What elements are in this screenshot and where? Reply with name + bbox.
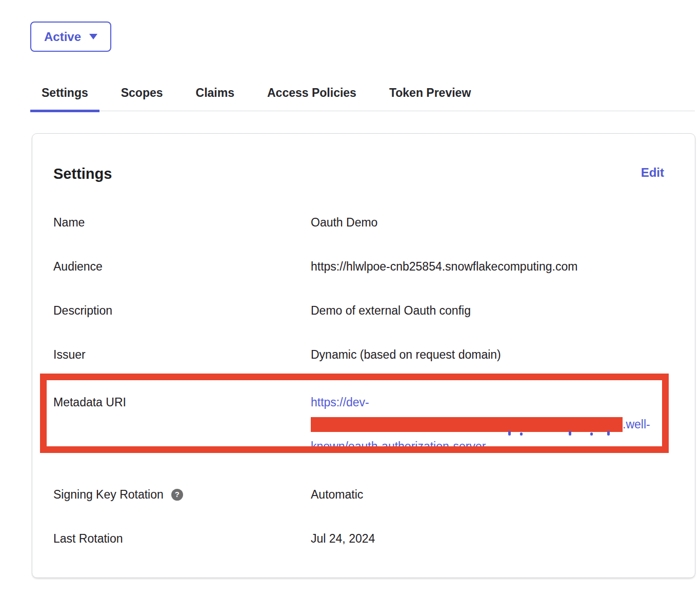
tab-claims[interactable]: Claims (185, 81, 246, 111)
field-label: Metadata URI (53, 391, 311, 409)
metadata-uri-line2-suffix: .well- (623, 418, 650, 431)
settings-card: Settings Edit Name Oauth Demo Audience h… (32, 133, 695, 578)
help-icon[interactable]: ? (171, 489, 183, 501)
field-label: Signing Key Rotation ? (53, 487, 311, 502)
field-row-issuer: Issuer Dynamic (based on request domain) (53, 347, 664, 362)
field-label: Name (53, 215, 311, 230)
tab-label: Scopes (121, 86, 163, 99)
tab-label: Settings (42, 86, 88, 99)
field-value: Oauth Demo (311, 215, 377, 230)
field-row-signing-key-rotation: Signing Key Rotation ? Automatic (53, 487, 664, 502)
metadata-uri-line1: https://dev- (311, 391, 650, 414)
metadata-uri-link[interactable]: https://dev- .well- known/oauth-authoriz… (311, 391, 650, 458)
field-value: Demo of external Oauth config (311, 303, 471, 318)
field-value: Dynamic (based on request domain) (311, 347, 501, 362)
active-status-label: Active (44, 30, 81, 44)
field-value: Automatic (311, 487, 363, 502)
tab-label: Access Policies (267, 86, 356, 99)
field-value: Jul 24, 2024 (311, 531, 375, 546)
field-row-last-rotation: Last Rotation Jul 24, 2024 (53, 531, 664, 546)
tab-access-policies[interactable]: Access Policies (256, 81, 368, 111)
tab-label: Token Preview (389, 86, 471, 99)
field-row-description: Description Demo of external Oauth confi… (53, 303, 664, 318)
field-label: Last Rotation (53, 531, 311, 546)
tab-bar: Settings Scopes Claims Access Policies T… (30, 81, 695, 111)
field-label-text: Signing Key Rotation (53, 487, 164, 502)
redacted-text-bar (311, 417, 623, 432)
field-row-name: Name Oauth Demo (53, 215, 664, 230)
edit-button[interactable]: Edit (641, 166, 664, 180)
field-row-audience: Audience https://hlwlpoe-cnb25854.snowfl… (53, 259, 664, 274)
chevron-down-icon (89, 34, 97, 39)
tab-label: Claims (196, 86, 234, 99)
metadata-uri-line3: known/oauth-authorization-server (311, 436, 650, 458)
page: { "colors": { "accent_blue": "#4f59d3", … (0, 0, 700, 599)
field-label: Description (53, 303, 311, 318)
card-title: Settings (53, 166, 112, 182)
tab-settings[interactable]: Settings (30, 81, 99, 111)
metadata-uri-line2: .well- (311, 414, 650, 436)
settings-card-header: Settings Edit (53, 166, 664, 182)
tab-scopes[interactable]: Scopes (110, 81, 174, 111)
tab-token-preview[interactable]: Token Preview (378, 81, 482, 111)
field-value: https://hlwlpoe-cnb25854.snowflakecomput… (311, 259, 577, 274)
field-label: Audience (53, 259, 311, 274)
field-label: Issuer (53, 347, 311, 362)
active-status-dropdown[interactable]: Active (30, 22, 111, 52)
field-row-metadata-uri: Metadata URI https://dev- .well- known/o… (53, 391, 664, 458)
